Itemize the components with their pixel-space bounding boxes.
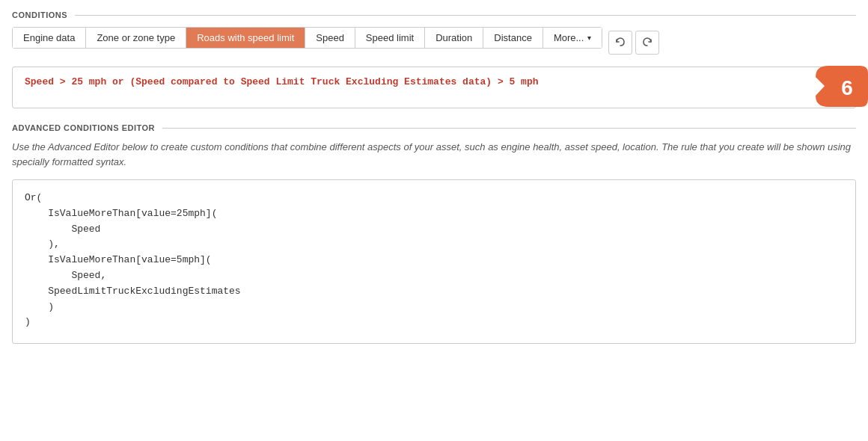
conditions-section-header: CONDITIONS — [12, 10, 856, 19]
advanced-divider — [162, 128, 856, 129]
advanced-section-header: ADVANCED CONDITIONS EDITOR — [12, 123, 856, 132]
tab-bar-row: Engine data Zone or zone type Roads with… — [12, 27, 856, 58]
code-line-7: ) — [25, 300, 843, 315]
condition-text: Speed > 25 mph or (Speed compared to Spe… — [25, 76, 539, 87]
tab-zone-or-zone-type[interactable]: Zone or zone type — [86, 28, 186, 48]
advanced-section: ADVANCED CONDITIONS EDITOR Use the Advan… — [12, 123, 856, 344]
svg-text:6: 6 — [841, 76, 853, 99]
code-line-0: Or( — [25, 191, 843, 206]
code-line-5: Speed, — [25, 268, 843, 284]
chevron-down-icon: ▾ — [587, 34, 591, 42]
code-line-6: SpeedLimitTruckExcludingEstimates — [25, 284, 843, 300]
tab-duration[interactable]: Duration — [425, 28, 483, 48]
conditions-divider — [75, 15, 856, 16]
tab-bar: Engine data Zone or zone type Roads with… — [12, 27, 602, 49]
code-line-4: IsValueMoreThan[value=5mph]( — [25, 253, 843, 268]
tab-speed[interactable]: Speed — [305, 28, 355, 48]
tab-engine-data[interactable]: Engine data — [13, 28, 86, 48]
code-editor[interactable]: Or( IsValueMoreThan[value=25mph]( Speed … — [12, 179, 856, 344]
condition-display: Speed > 25 mph or (Speed compared to Spe… — [12, 67, 856, 108]
tab-actions — [608, 31, 659, 55]
advanced-title: ADVANCED CONDITIONS EDITOR — [12, 123, 162, 132]
redo-icon — [641, 37, 653, 49]
tab-distance[interactable]: Distance — [483, 28, 543, 48]
tab-roads-with-speed-limit[interactable]: Roads with speed limit — [186, 28, 305, 48]
tab-speed-limit[interactable]: Speed limit — [355, 28, 425, 48]
tab-more[interactable]: More... ▾ — [543, 28, 602, 48]
code-line-3: ), — [25, 237, 843, 253]
advanced-description: Use the Advanced Editor below to create … — [12, 140, 856, 169]
code-line-1: IsValueMoreThan[value=25mph]( — [25, 206, 843, 222]
badge-6-shape: 6 — [810, 62, 868, 111]
code-line-2: Speed — [25, 222, 843, 238]
code-line-8: ) — [25, 315, 843, 330]
undo-button[interactable] — [608, 31, 632, 55]
conditions-title: CONDITIONS — [12, 10, 75, 19]
badge-wrapper: 6 — [810, 62, 868, 113]
page-container: CONDITIONS Engine data Zone or zone type… — [0, 0, 868, 344]
redo-button[interactable] — [635, 31, 659, 55]
undo-icon — [614, 37, 626, 49]
condition-display-wrapper: Speed > 25 mph or (Speed compared to Spe… — [12, 67, 856, 108]
